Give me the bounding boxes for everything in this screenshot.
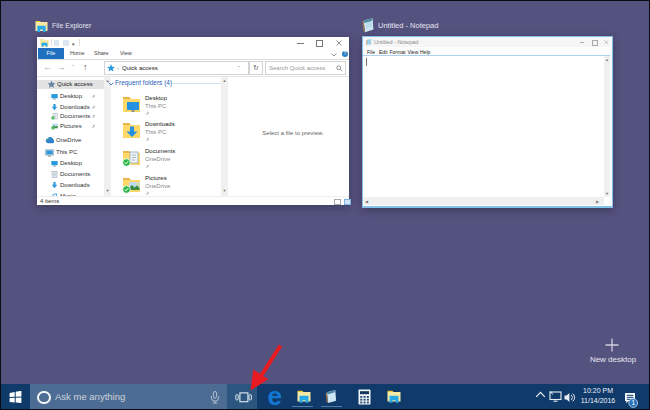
svg-text:1: 1 (631, 399, 635, 406)
